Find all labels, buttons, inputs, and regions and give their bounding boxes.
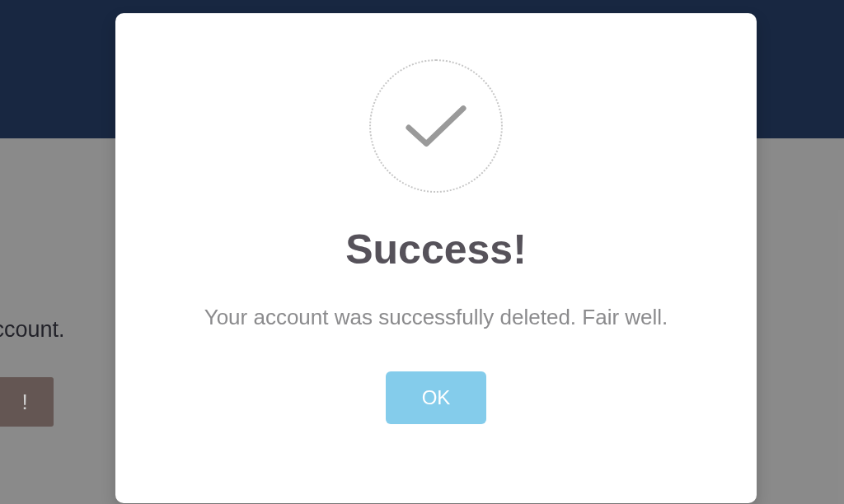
ok-button-label: OK (422, 386, 451, 408)
checkmark-icon (369, 59, 503, 193)
success-modal: Success! Your account was successfully d… (115, 13, 757, 503)
modal-title: Success! (345, 226, 527, 273)
ok-button[interactable]: OK (386, 371, 487, 424)
modal-message: Your account was successfully deleted. F… (204, 305, 668, 330)
